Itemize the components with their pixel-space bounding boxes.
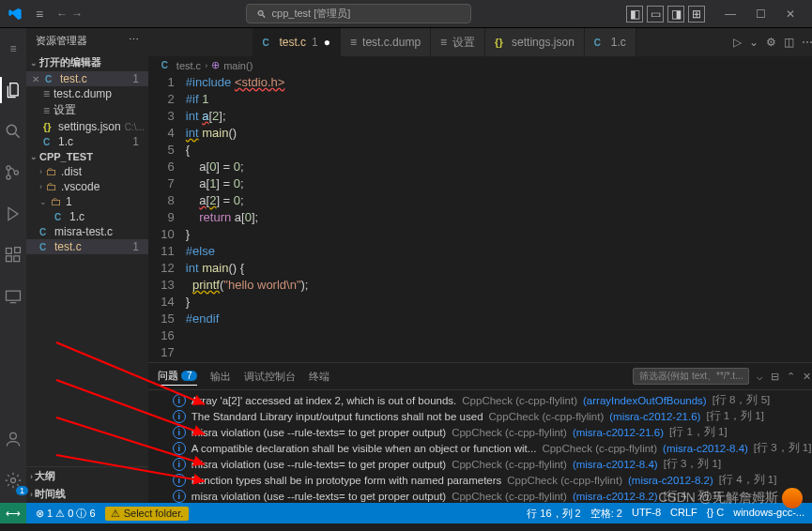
status-item[interactable]: UTF-8 [632, 507, 661, 521]
svg-point-2 [7, 175, 10, 179]
maximize-button[interactable]: ☐ [746, 3, 774, 25]
svg-point-3 [14, 171, 18, 174]
svg-point-9 [10, 432, 17, 439]
run-debug-icon[interactable] [0, 201, 26, 227]
status-item[interactable]: 空格: 2 [590, 507, 622, 521]
search-icon[interactable] [0, 118, 26, 144]
problem-row[interactable]: iFunction types shall be in prototype fo… [148, 472, 812, 488]
info-icon: i [173, 474, 186, 487]
maximize-panel-icon[interactable]: ⌃ [787, 371, 795, 383]
split-editor-icon[interactable]: ◫ [784, 36, 794, 49]
problem-row[interactable]: iArray 'a[2]' accessed at index 2, which… [148, 392, 812, 408]
search-icon: 🔍︎ [256, 8, 267, 20]
layout-controls[interactable]: ◧ ▭ ◨ ⊞ [626, 6, 705, 23]
filter-icon[interactable]: ⌵ [757, 371, 763, 383]
open-editor-item[interactable]: ≡设置 [26, 101, 148, 119]
problem-row[interactable]: imisra violation (use --rule-texts= to g… [148, 456, 812, 472]
close-panel-icon[interactable]: ✕ [803, 371, 811, 383]
history-forward-button[interactable]: → [71, 8, 83, 21]
info-icon: i [173, 394, 186, 407]
problems-filter-input[interactable]: 筛选器(例如 text、**/*.t... [633, 368, 750, 385]
status-errors[interactable]: ⊗ 1 ⚠ 0 ⓘ 6 [36, 507, 96, 521]
editor-tab[interactable]: {}settings.json [485, 28, 585, 56]
open-editors-header[interactable]: ⌄打开的编辑器 [26, 53, 148, 71]
tab-output[interactable]: 输出 [210, 368, 231, 386]
tab-terminal[interactable]: 终端 [309, 368, 329, 386]
tab-debug-console[interactable]: 调试控制台 [244, 368, 296, 386]
layout-icon[interactable]: ⊞ [688, 6, 705, 23]
account-icon[interactable] [0, 426, 26, 452]
remote-indicator[interactable]: ⟷ [0, 503, 26, 523]
svg-point-10 [11, 478, 16, 483]
editor-tab-bar: Ctest.c1●≡test.c.dump≡设置{}settings.jsonC… [148, 28, 812, 56]
explorer-icon[interactable] [0, 77, 26, 103]
info-icon: i [173, 458, 186, 471]
more-icon[interactable]: ⋯ [802, 36, 812, 49]
svg-rect-5 [7, 256, 12, 262]
info-icon: i [173, 410, 186, 423]
avatar-icon [782, 488, 803, 508]
settings-gear-icon[interactable]: 1 [0, 467, 26, 493]
status-item[interactable]: 行 16，列 2 [527, 507, 580, 521]
folder-item[interactable]: ›🗀.vscode [26, 179, 148, 194]
menu-icon[interactable]: ≡ [0, 36, 26, 62]
vscode-logo-icon [8, 7, 23, 22]
problems-count-badge: 7 [181, 371, 198, 381]
folder-item[interactable]: ⌄🗀1 [26, 194, 148, 209]
collapse-icon[interactable]: ⊟ [771, 371, 779, 383]
editor-tab[interactable]: ≡设置 [431, 28, 485, 56]
source-control-icon[interactable] [0, 159, 26, 186]
file-item[interactable]: Ctest.c1 [26, 239, 148, 254]
settings-icon[interactable]: ⚙ [766, 36, 776, 49]
editor-tab[interactable]: C1.c [585, 28, 636, 56]
close-window-button[interactable]: ✕ [776, 3, 804, 25]
code-editor[interactable]: 1234567891011121314151617 #include <stdi… [148, 74, 812, 362]
breadcrumb[interactable]: C test.c › ⊕ main() [148, 56, 812, 74]
svg-rect-7 [15, 248, 21, 253]
run-icon[interactable]: ▷ [733, 36, 742, 49]
select-folder-warning[interactable]: ⚠ Select folder. [105, 507, 190, 521]
svg-rect-6 [14, 256, 20, 262]
problem-row[interactable]: imisra violation (use --rule-texts= to g… [148, 424, 812, 440]
line-number-gutter: 1234567891011121314151617 [148, 74, 186, 362]
minimize-button[interactable]: — [716, 3, 744, 25]
outline-header[interactable]: ›大纲 [26, 467, 148, 485]
open-editor-item[interactable]: C1.c1 [26, 134, 148, 149]
timeline-header[interactable]: ›时间线 [26, 485, 148, 503]
open-editor-item[interactable]: {}settings.json C:\... [26, 119, 148, 134]
activity-bar: ≡ 1 [0, 28, 26, 503]
tab-problems[interactable]: 问题 7 [158, 367, 198, 386]
file-item[interactable]: Cmisra-test.c [26, 224, 148, 239]
explorer-sidebar: 资源管理器 ⋯ ⌄打开的编辑器 ✕Ctest.c1≡test.c.dump≡设置… [26, 28, 148, 503]
problem-row[interactable]: iA compatible declaration shall be visib… [148, 440, 812, 456]
menu-button[interactable]: ≡ [30, 7, 49, 22]
svg-rect-8 [7, 291, 21, 300]
layout-icon[interactable]: ◨ [667, 6, 684, 23]
sidebar-title: 资源管理器 [36, 34, 87, 48]
open-editor-item[interactable]: ≡test.c.dump [26, 86, 148, 101]
layout-icon[interactable]: ▭ [647, 6, 664, 23]
command-center[interactable]: 🔍︎ cpp_test [管理员] [246, 4, 471, 23]
open-editor-item[interactable]: ✕Ctest.c1 [26, 71, 148, 86]
problem-row[interactable]: iThe Standard Library input/output funct… [148, 408, 812, 424]
history-back-button[interactable]: ← [56, 8, 68, 21]
editor-tab[interactable]: Ctest.c1● [253, 28, 341, 56]
close-icon[interactable]: ✕ [32, 74, 39, 84]
c-file-icon: C [161, 60, 173, 71]
bottom-panel: 问题 7 输出 调试控制台 终端 筛选器(例如 text、**/*.t... ⌵… [148, 362, 812, 503]
csdn-watermark: CSDN @无解詹姆斯 [658, 488, 803, 508]
run-dropdown-icon[interactable]: ⌄ [749, 36, 758, 49]
extensions-icon[interactable] [0, 242, 26, 268]
command-center-label: cpp_test [管理员] [272, 7, 351, 21]
minimap[interactable] [774, 74, 812, 362]
project-header[interactable]: ⌄CPP_TEST [26, 149, 148, 164]
info-icon: i [173, 426, 186, 439]
file-item[interactable]: C1.c [26, 209, 148, 224]
remote-explorer-icon[interactable] [0, 283, 26, 310]
editor-tab[interactable]: ≡test.c.dump [341, 28, 431, 56]
layout-icon[interactable]: ◧ [626, 6, 643, 23]
folder-item[interactable]: ›🗀.dist [26, 164, 148, 179]
svg-point-1 [7, 166, 10, 170]
info-icon: i [173, 490, 186, 503]
sidebar-more-icon[interactable]: ⋯ [129, 34, 139, 48]
